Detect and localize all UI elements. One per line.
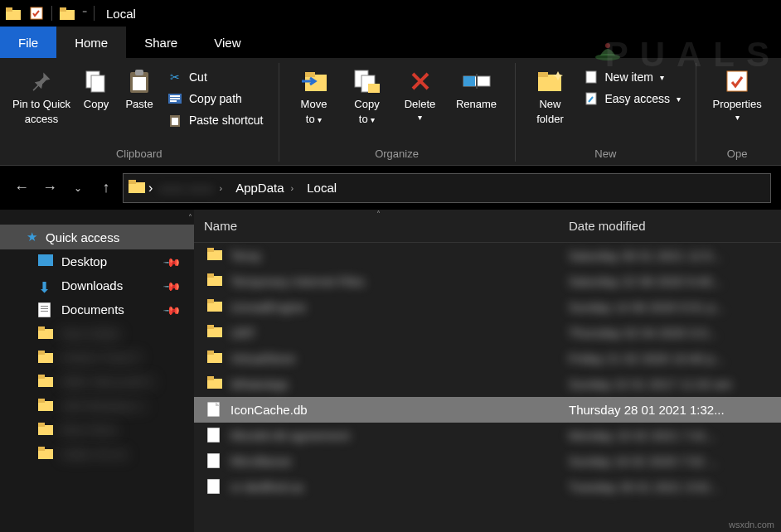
list-item[interactable]: vr-dedfind:uaTuesday 26 01 2021 3:52... bbox=[194, 474, 781, 500]
ribbon-group-new: New folder New item ▾ Easy access ▾ bbox=[516, 63, 697, 162]
ribbon-group-clipboard: Pin to Quick access Copy Paste ✂ Cut bbox=[0, 63, 279, 162]
sidebar-item-blurred[interactable]: New folder bbox=[0, 322, 194, 346]
folder-icon bbox=[207, 325, 222, 341]
svg-rect-45 bbox=[38, 423, 45, 427]
properties-quick-icon[interactable] bbox=[28, 5, 45, 22]
up-button[interactable]: ↑ bbox=[95, 177, 118, 200]
new-folder-button[interactable]: New folder bbox=[526, 65, 575, 125]
copy-label: Copy bbox=[84, 98, 109, 111]
svg-rect-32 bbox=[38, 302, 51, 317]
ribbon-tabs: File Home Share View bbox=[0, 27, 781, 58]
svg-rect-13 bbox=[170, 100, 177, 102]
tab-share[interactable]: Share bbox=[126, 27, 196, 58]
sidebar-item-blurred[interactable]: Rem Rem bbox=[0, 418, 194, 442]
svg-rect-57 bbox=[207, 351, 214, 355]
sidebar-item-blurred[interactable]: Index Int-on bbox=[0, 442, 194, 466]
svg-rect-41 bbox=[38, 375, 45, 379]
svg-rect-59 bbox=[207, 376, 214, 380]
list-item[interactable]: UEFThursday 02 04 2020 3:3... bbox=[194, 320, 781, 346]
file-list: ˄ Name Date modified TempSaturday 30 01 … bbox=[194, 210, 781, 532]
properties-button[interactable]: Properties ▾ bbox=[706, 65, 768, 123]
list-item[interactable]: WhatsAppSunday 22 01 2017 11:02 am bbox=[194, 371, 781, 397]
delete-button[interactable]: Delete ▾ bbox=[395, 65, 445, 123]
new-item-button[interactable]: New item ▾ bbox=[579, 68, 686, 86]
svg-rect-33 bbox=[41, 306, 48, 307]
quick-access-label: Quick access bbox=[46, 230, 119, 244]
easy-access-button[interactable]: Easy access ▾ bbox=[579, 89, 686, 108]
list-item[interactable]: UnrealEngineSunday 14 06 2020 5:51 p... bbox=[194, 294, 781, 320]
delete-caret-icon: ▾ bbox=[418, 113, 422, 123]
rename-button[interactable]: Rename bbox=[449, 65, 505, 111]
file-icon bbox=[207, 479, 222, 496]
back-button[interactable]: ← bbox=[10, 177, 33, 200]
copy-to-button[interactable]: Copy to ▾ bbox=[342, 65, 392, 125]
new-folder-icon bbox=[536, 66, 565, 96]
cut-label: Cut bbox=[189, 70, 207, 84]
qat-divider-2 bbox=[94, 6, 95, 21]
tab-home[interactable]: Home bbox=[56, 27, 126, 58]
list-item[interactable]: Temporary Internet FilesSaturday 22 08 2… bbox=[194, 268, 781, 294]
sidebar-item-blurred[interactable]: Online Treat P bbox=[0, 346, 194, 370]
folder-icon bbox=[38, 399, 53, 413]
sidebar-item-downloads[interactable]: ⬇ Downloads 📌 bbox=[0, 273, 194, 297]
ribbon: Pin to Quick access Copy Paste ✂ Cut bbox=[0, 58, 781, 165]
svg-rect-35 bbox=[41, 311, 48, 312]
chevron-right-icon: › bbox=[288, 183, 298, 193]
rename-label: Rename bbox=[456, 98, 497, 111]
delete-label: Delete bbox=[405, 98, 436, 111]
qat-divider bbox=[51, 6, 52, 21]
breadcrumb-segment-appdata[interactable]: AppData› bbox=[232, 181, 300, 195]
file-icon bbox=[207, 428, 222, 444]
move-to-label-1: Move bbox=[301, 98, 327, 111]
list-item[interactable]: RkrvillanseSunday 16 02 2020 7:52 ... bbox=[194, 448, 781, 474]
sidebar-item-quick-access[interactable]: ★ Quick access bbox=[0, 225, 194, 249]
copy-path-button[interactable]: Copy path bbox=[163, 89, 269, 108]
sidebar-item-blurred[interactable]: 3RB: Microsoft C bbox=[0, 370, 194, 394]
folder-quick-icon[interactable] bbox=[59, 5, 75, 22]
column-date-modified[interactable]: Date modified bbox=[559, 210, 781, 242]
qat-overflow-icon[interactable]: ⁼ bbox=[82, 7, 87, 19]
address-bar[interactable]: › —— ——› AppData› Local bbox=[123, 173, 771, 203]
star-icon: ★ bbox=[27, 230, 37, 244]
folder-icon bbox=[207, 351, 222, 367]
breadcrumb-segment-user[interactable]: —— ——› bbox=[156, 181, 229, 195]
sidebar-item-blurred[interactable]: 185 Windows 1 bbox=[0, 394, 194, 418]
svg-rect-30 bbox=[129, 180, 136, 184]
list-item[interactable]: VirtualStoreFriday 21 02 2020 10:40 p... bbox=[194, 346, 781, 371]
paste-shortcut-label: Paste shortcut bbox=[189, 114, 264, 127]
list-item[interactable]: TempSaturday 30 01 2021 12:5... bbox=[194, 243, 781, 268]
group-label-new: New bbox=[594, 144, 616, 162]
folder-icon bbox=[207, 376, 222, 393]
recent-locations-button[interactable]: ⌄ bbox=[66, 177, 90, 200]
list-item-selected[interactable]: IconCache.db Thursday 28 01 2021 1:32... bbox=[194, 397, 781, 423]
move-to-button[interactable]: Move to ▾ bbox=[289, 65, 339, 125]
chevron-right-icon[interactable]: › bbox=[148, 181, 153, 196]
svg-rect-25 bbox=[538, 72, 548, 77]
window-title: Local bbox=[101, 7, 136, 21]
svg-rect-47 bbox=[38, 447, 45, 451]
tab-view[interactable]: View bbox=[196, 27, 259, 58]
desktop-label: Desktop bbox=[61, 254, 107, 268]
group-label-open: Ope bbox=[727, 144, 748, 162]
sidebar-item-documents[interactable]: Documents 📌 bbox=[0, 297, 194, 322]
sidebar-item-desktop[interactable]: Desktop 📌 bbox=[0, 249, 194, 273]
copy-button[interactable]: Copy bbox=[76, 65, 116, 111]
breadcrumb-segment-local[interactable]: Local bbox=[303, 181, 340, 195]
caret-icon: ▾ bbox=[660, 73, 664, 82]
paste-shortcut-button[interactable]: Paste shortcut bbox=[163, 111, 269, 129]
scroll-up-icon[interactable]: ˄ bbox=[188, 213, 192, 222]
pin-to-quick-access-button[interactable]: Pin to Quick access bbox=[10, 65, 73, 125]
svg-rect-43 bbox=[38, 399, 45, 403]
cut-button[interactable]: ✂ Cut bbox=[163, 68, 269, 86]
rename-icon bbox=[462, 66, 492, 96]
navigation-bar: ← → ⌄ ↑ › —— ——› AppData› Local bbox=[0, 165, 781, 210]
file-icon bbox=[207, 453, 222, 470]
caret-icon: ▾ bbox=[677, 94, 681, 104]
list-item[interactable]: RkvId4:48 agreementMonday 15 02 2021 7:4… bbox=[194, 423, 781, 448]
tab-file[interactable]: File bbox=[0, 27, 56, 58]
svg-rect-11 bbox=[170, 95, 180, 97]
forward-button[interactable]: → bbox=[38, 177, 61, 200]
folder-icon bbox=[207, 248, 222, 264]
svg-rect-49 bbox=[207, 248, 214, 252]
paste-button[interactable]: Paste bbox=[119, 65, 159, 111]
